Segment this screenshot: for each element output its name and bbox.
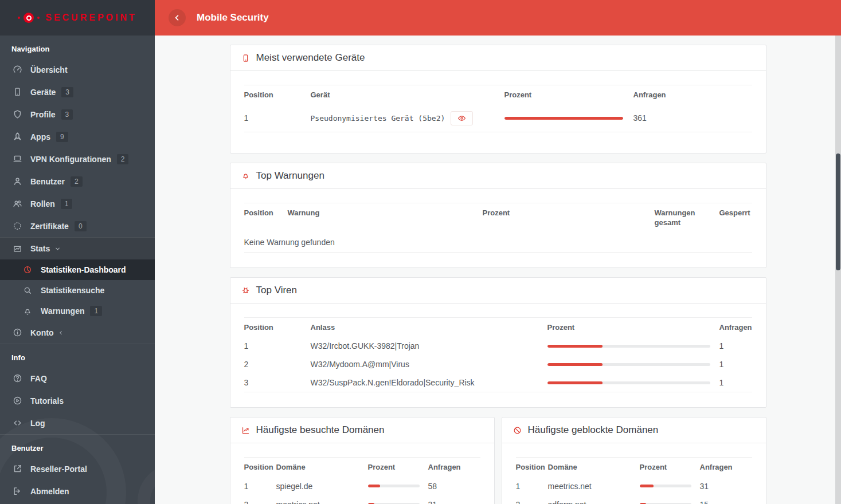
question-circle-icon [11,373,23,383]
sidebar-item-tutorials[interactable]: Tutorials [0,389,155,412]
sidebar-item-label: Reseller-Portal [30,464,87,474]
main-area: Mobile Security Meist verwendete Geräte [155,0,841,504]
sidebar-item-label: Statistiken-Dashboard [41,265,126,274]
cell-position: 2 [244,355,311,373]
sidebar: SECUREPOINT Navigation Übersicht Geräte … [0,0,155,504]
shield-icon [11,109,23,119]
sidebar-item-statistiken-dashboard[interactable]: Statistiken-Dashboard [0,259,155,280]
external-link-icon [11,464,23,474]
cell-requests: 1 [719,337,752,355]
sidebar-item-warnungen[interactable]: Warnungen 1 [0,301,155,321]
sidebar-item-benutzer[interactable]: Benutzer 2 [0,170,155,192]
sidebar-item-label: Rollen [30,199,55,208]
gauge-icon [11,65,23,74]
percent-bar [547,363,710,366]
card-title: Häufigste besuchte Domänen [256,424,385,436]
app-window: SECUREPOINT Navigation Übersicht Geräte … [0,0,841,504]
count-badge: 9 [56,132,68,142]
col-header-position: Position [244,458,276,477]
percent-bar [368,485,420,487]
percent-bar [640,485,691,487]
col-header-position: Position [516,458,548,477]
cell-percent [547,337,719,355]
cell-percent [640,477,700,495]
percent-bar [504,117,623,120]
sidebar-item-log[interactable]: Log [0,412,155,434]
scrollbar-track[interactable] [835,36,841,504]
sidebar-item-label: Stats [30,244,50,253]
col-header-requests: Anfragen [700,458,752,477]
card-top-warnings: Top Warnungen Position Warnung Prozent W… [230,163,766,268]
smartphone-icon [11,87,23,97]
col-header-blocked: Gesperrt [719,203,752,233]
table-row-empty: Keine Warnung gefunden [244,233,752,253]
bell-icon [22,306,33,316]
card-title: Meist verwendete Geräte [256,52,365,64]
percent-bar [547,381,710,384]
sidebar-item-reseller-portal[interactable]: Reseller-Portal [0,458,155,480]
sidebar-item-label: FAQ [30,374,47,383]
chart-line-icon [11,244,23,254]
sidebar-item-konto[interactable]: Konto [0,321,155,344]
cell-percent [547,355,719,373]
users-icon [11,199,23,208]
col-header-warning: Warnung [288,203,483,233]
sidebar-item-label: VPN Konfigurationen [30,155,111,164]
card-most-used-devices: Meist verwendete Geräte Position Gerät P… [230,45,766,153]
sidebar-item-geraete[interactable]: Geräte 3 [0,81,155,103]
content-area: Meist verwendete Geräte Position Gerät P… [155,36,841,504]
empty-state-text: Keine Warnung gefunden [244,233,752,253]
brand-name: SECUREPOINT [45,13,137,23]
table-row: 1 spiegel.de 58 [244,477,480,495]
table-row: 2 W32/Mydoom.A@mm|Virus 1 [244,355,752,373]
sidebar-item-vpn-konfigurationen[interactable]: VPN Konfigurationen 2 [0,148,155,170]
logo-dot-icon [18,17,20,19]
back-button[interactable] [169,9,186,26]
sidebar-item-label: Zertifikate [30,222,69,231]
cell-percent [504,105,633,132]
cell-requests: 361 [633,105,752,132]
domains-card-row: Häufigste besuchte Domänen Position Domä… [230,417,766,504]
count-badge: 3 [61,87,73,97]
rocket-icon [11,132,23,141]
brand-logo[interactable]: SECUREPOINT [0,0,155,36]
sidebar-item-profile[interactable]: Profile 3 [0,103,155,125]
table-row: 1 Pseudonymisiertes Gerät (5be2) [244,105,752,132]
cell-requests: 58 [428,477,480,495]
cell-percent [547,373,719,392]
table-row: 1 meetrics.net 31 [516,477,752,495]
col-header-position: Position [244,85,311,105]
sidebar-item-statistikensuche[interactable]: Statistikensuche [0,280,155,301]
table-row: 1 W32/Ircbot.GUKK-3982|Trojan 1 [244,337,752,355]
col-header-position: Position [244,203,288,233]
table-row: 2 adform.net 15 [516,495,752,504]
sidebar-item-faq[interactable]: FAQ [0,367,155,389]
cell-domain: spiegel.de [276,477,368,495]
col-header-percent: Prozent [483,203,655,233]
sidebar-item-zertifikate[interactable]: Zertifikate 0 [0,215,155,237]
scrollbar-thumb[interactable] [836,153,840,270]
certificate-seal-icon [11,221,23,231]
col-header-total-warnings: Warnungen gesamt [655,203,719,233]
sidebar-item-apps[interactable]: Apps 9 [0,125,155,148]
sidebar-item-label: Abmelden [30,487,69,496]
view-device-button[interactable] [451,111,473,125]
cell-percent [640,495,700,504]
sidebar-item-rollen[interactable]: Rollen 1 [0,192,155,215]
bell-icon [241,171,250,180]
cell-domain: meetrics.net [548,477,640,495]
nav-section-info: Info [0,344,155,367]
cell-domain: adform.net [548,495,640,504]
cell-device: Pseudonymisiertes Gerät (5be2) [311,105,504,132]
count-badge: 2 [117,154,129,164]
cell-requests: 15 [700,495,752,504]
col-header-domain: Domäne [276,458,368,477]
sidebar-item-abmelden[interactable]: Abmelden [0,480,155,502]
cell-position: 2 [244,495,276,504]
col-header-device: Gerät [311,85,504,105]
sidebar-item-label: Übersicht [30,65,68,74]
col-header-requests: Anfragen [633,85,752,105]
sidebar-item-stats[interactable]: Stats [0,237,155,259]
cell-requests: 31 [428,495,480,504]
sidebar-item-uebersicht[interactable]: Übersicht [0,58,155,81]
